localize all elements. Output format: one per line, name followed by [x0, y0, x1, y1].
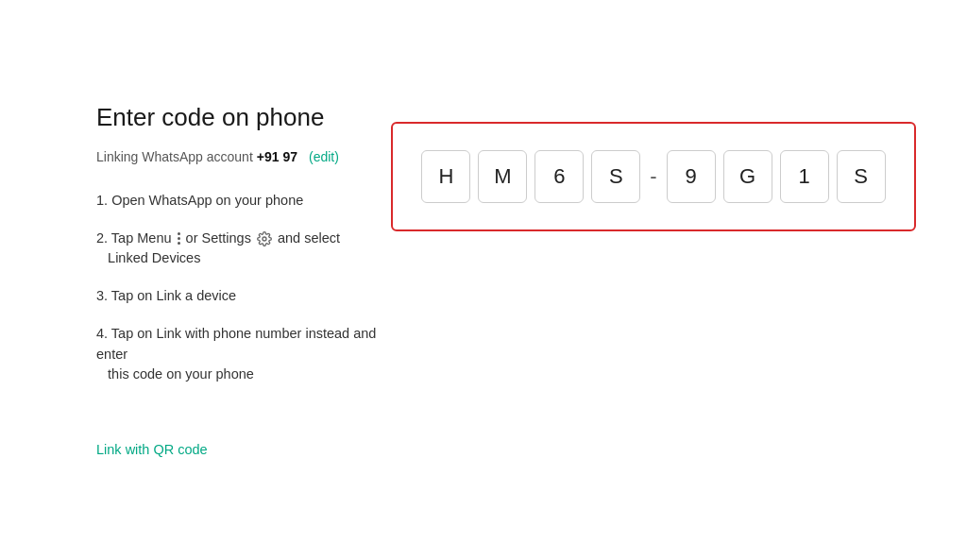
code-separator: - — [648, 164, 658, 189]
code-char-1: 1 — [780, 150, 829, 203]
steps-list: 1. Open WhatsApp on your phone 2. Tap Me… — [96, 191, 380, 385]
step-1: 1. Open WhatsApp on your phone — [96, 191, 380, 212]
account-label: Linking WhatsApp account — [96, 149, 253, 164]
code-box: H M 6 S - 9 G 1 S — [391, 122, 915, 231]
step-2-number: 2. — [96, 230, 111, 246]
step-4: 4. Tap on Link with phone number instead… — [96, 324, 380, 385]
code-char-h: H — [421, 150, 470, 203]
code-char-s2: S — [837, 150, 886, 203]
settings-icon — [257, 231, 272, 246]
step-4-number: 4. — [96, 326, 111, 341]
main-container: Enter code on phone Linking WhatsApp acc… — [77, 65, 890, 495]
link-qr-button[interactable]: Link with QR code — [96, 442, 380, 457]
code-char-s1: S — [591, 150, 640, 203]
step-4-text: Tap on Link with phone number instead an… — [96, 326, 376, 382]
page-title: Enter code on phone — [96, 103, 380, 132]
step-2-text-before: Tap Menu — [111, 230, 176, 246]
edit-link[interactable]: (edit) — [309, 149, 339, 164]
code-char-6: 6 — [534, 150, 584, 203]
menu-icon — [178, 232, 180, 245]
step-1-number: 1. — [96, 193, 111, 208]
account-number: +91 97 — [257, 149, 297, 164]
left-panel: Enter code on phone Linking WhatsApp acc… — [96, 103, 380, 457]
step-2: 2. Tap Menu or Settings and select Linke… — [96, 229, 380, 270]
step-3-number: 3. — [96, 288, 111, 303]
right-panel: H M 6 S - 9 G 1 S — [436, 103, 871, 250]
svg-point-0 — [263, 237, 266, 241]
code-char-9: 9 — [667, 150, 716, 203]
step-2-text-middle: or Settings — [186, 230, 255, 246]
step-3: 3. Tap on Link a device — [96, 286, 380, 307]
step-1-text: Open WhatsApp on your phone — [111, 193, 303, 208]
code-char-g: G — [723, 150, 772, 203]
step-3-text: Tap on Link a device — [111, 288, 236, 303]
code-char-m: M — [478, 150, 527, 203]
account-line: Linking WhatsApp account +91 97 (edit) — [96, 149, 380, 164]
